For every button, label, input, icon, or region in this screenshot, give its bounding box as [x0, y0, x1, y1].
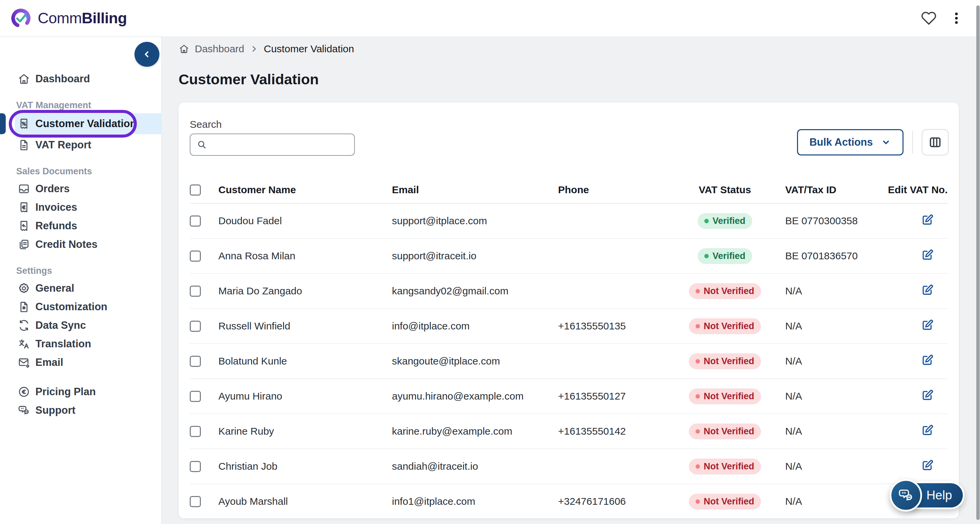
vat-status-label: Not Verified [704, 321, 754, 331]
bulk-actions-label: Bulk Actions [810, 136, 873, 148]
sync-icon [18, 319, 30, 332]
sidebar-item-label: Data Sync [35, 319, 86, 331]
column-settings-button[interactable] [922, 129, 949, 155]
sidebar-item-label: Invoices [35, 201, 77, 213]
vat-tax-id-cell: BE 0701836570 [781, 250, 875, 262]
copy-document-icon [18, 238, 30, 251]
phone-cell: +16135550127 [558, 390, 669, 402]
customer-name-cell: Doudou Fadel [218, 215, 392, 226]
breadcrumb-link-dashboard[interactable]: Dashboard [195, 43, 244, 55]
edit-vat-button[interactable] [921, 354, 934, 367]
document-icon [18, 139, 30, 151]
edit-pencil-icon [921, 248, 934, 262]
row-checkbox[interactable] [190, 215, 201, 226]
sidebar-item-support[interactable]: Support [0, 401, 161, 419]
customer-name-cell: Christian Job [218, 460, 392, 472]
table-row: Christian Jobsandiah@itraceit.ioNot Veri… [190, 449, 948, 484]
more-menu-kebab-icon[interactable] [946, 8, 967, 28]
email-cell: support@itplace.com [392, 215, 558, 226]
table-header-row: Customer Name Email Phone VAT Status VAT… [190, 177, 948, 204]
gear-icon [18, 282, 30, 295]
sidebar-collapse-button[interactable] [134, 42, 159, 67]
sidebar-item-general[interactable]: General [0, 279, 161, 298]
edit-pencil-icon [921, 459, 934, 472]
sidebar-item-label: Translation [35, 338, 91, 350]
edit-vat-button[interactable] [921, 248, 934, 262]
sidebar-item-label: Support [35, 404, 75, 416]
search-box [190, 134, 355, 156]
column-header-email: Email [392, 184, 558, 196]
chat-bubbles-icon [18, 404, 30, 417]
phone-cell: +16135550142 [558, 425, 669, 437]
select-all-checkbox[interactable] [190, 185, 201, 196]
search-label: Search [190, 102, 948, 130]
edit-vat-button[interactable] [921, 424, 934, 437]
sidebar-item-label: Refunds [35, 220, 77, 232]
document-gear-icon [18, 301, 30, 313]
row-checkbox[interactable] [190, 356, 201, 367]
table-row: Ayoub Marshallinfo1@itplace.com+32476171… [190, 484, 948, 518]
chevron-right-icon [250, 45, 258, 53]
table-row: Ayumu Hiranoayumu.hirano@example.com+161… [190, 379, 948, 414]
sidebar-item-invoices[interactable]: Invoices [0, 198, 161, 217]
email-cell: support@itraceit.io [392, 250, 558, 262]
search-input[interactable] [211, 139, 348, 150]
edit-vat-button[interactable] [921, 459, 934, 472]
chevron-down-icon [881, 137, 891, 147]
breadcrumb: Dashboard Customer Validation [178, 42, 980, 56]
edit-vat-button[interactable] [921, 389, 934, 402]
row-checkbox[interactable] [190, 250, 201, 262]
edit-pencil-icon [921, 354, 934, 367]
sidebar-item-pricing-plan[interactable]: Pricing Plan [0, 382, 161, 401]
bulk-actions-button[interactable]: Bulk Actions [797, 129, 904, 155]
status-dot-icon [695, 499, 700, 504]
favorites-heart-icon[interactable] [919, 8, 939, 28]
home-icon [18, 73, 30, 85]
edit-vat-button[interactable] [921, 283, 934, 297]
row-checkbox[interactable] [190, 321, 201, 332]
vat-status-badge: Verified [698, 248, 752, 264]
column-header-vat-tax-id: VAT/Tax ID [781, 184, 875, 196]
edit-pencil-icon [921, 389, 934, 402]
vat-status-badge: Not Verified [689, 318, 761, 334]
row-checkbox[interactable] [190, 496, 201, 507]
sidebar-item-email[interactable]: Email [0, 353, 161, 371]
vat-status-label: Verified [713, 216, 745, 226]
sidebar-item-customer-validation[interactable]: Customer Validation [0, 113, 161, 134]
email-cell: karine.ruby@example.com [392, 425, 558, 437]
table-body: Doudou Fadelsupport@itplace.comVerifiedB… [190, 204, 948, 518]
help-chat-button[interactable] [890, 479, 922, 511]
edit-vat-button[interactable] [921, 318, 934, 332]
status-dot-icon [695, 289, 700, 293]
sidebar-item-refunds[interactable]: Refunds [0, 217, 161, 235]
sidebar-item-vat-report[interactable]: VAT Report [0, 135, 161, 154]
vat-status-badge: Not Verified [689, 494, 761, 510]
vat-status-badge: Not Verified [689, 354, 761, 369]
sidebar-item-credit-notes[interactable]: Credit Notes [0, 235, 161, 253]
row-checkbox[interactable] [190, 426, 201, 437]
sidebar-item-data-sync[interactable]: Data Sync [0, 316, 161, 334]
sidebar-item-orders[interactable]: Orders [0, 179, 161, 198]
edit-vat-button[interactable] [921, 213, 934, 226]
sidebar-item-dashboard[interactable]: Dashboard [0, 70, 161, 88]
vat-status-label: Verified [713, 251, 745, 261]
status-dot-icon [704, 254, 709, 258]
customer-name-cell: Maria Do Zangado [218, 285, 392, 297]
row-checkbox[interactable] [190, 286, 201, 297]
vat-tax-id-cell: N/A [781, 496, 875, 507]
main-content: Dashboard Customer Validation Customer V… [162, 37, 980, 524]
vat-tax-id-cell: N/A [781, 320, 875, 332]
translate-icon [18, 338, 30, 350]
vertical-scrollbar[interactable] [976, 5, 980, 520]
vat-status-badge: Verified [698, 213, 752, 229]
table-row: Anna Rosa Milansupport@itraceit.ioVerifi… [190, 239, 948, 274]
row-checkbox[interactable] [190, 391, 201, 402]
customer-name-cell: Ayumu Hirano [218, 390, 392, 402]
sidebar-item-customization[interactable]: Customization [0, 298, 161, 316]
row-checkbox[interactable] [190, 461, 201, 472]
customer-name-cell: Ayoub Marshall [218, 496, 392, 507]
column-header-phone: Phone [558, 184, 669, 196]
sidebar-item-translation[interactable]: Translation [0, 334, 161, 353]
sidebar-item-label: Credit Notes [35, 238, 97, 250]
status-dot-icon [695, 429, 700, 434]
